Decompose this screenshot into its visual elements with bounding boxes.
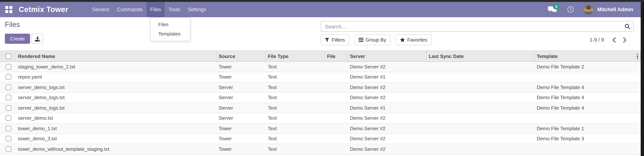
column-header-file-type[interactable]: File Type: [266, 51, 325, 61]
row-checkbox[interactable]: [6, 95, 11, 100]
row-checkbox[interactable]: [6, 146, 11, 152]
row-checkbox-cell: [0, 103, 16, 113]
cell-file: [325, 113, 348, 123]
row-checkbox[interactable]: [6, 84, 11, 90]
select-all-checkbox[interactable]: [6, 53, 11, 59]
export-download-button[interactable]: [32, 34, 43, 44]
chevron-right-icon: [623, 37, 627, 42]
messages-count-badge: 4: [553, 3, 560, 9]
pager-next-button[interactable]: [623, 37, 627, 42]
table-row[interactable]: server_demo.txtServerTextDemo Server #2: [0, 113, 640, 123]
table-row[interactable]: tower_demo_without_template_staging.txtT…: [0, 144, 640, 154]
cell-file-type: Text: [266, 123, 325, 133]
create-button[interactable]: Create: [5, 34, 30, 44]
cell-file-type: Text: [266, 82, 325, 92]
navbar-item-settings[interactable]: Settings: [184, 2, 210, 17]
row-checkbox-cell: [0, 134, 16, 144]
user-avatar[interactable]: [584, 5, 594, 14]
cell-file-type: Text: [266, 144, 325, 154]
cell-last-sync-date: [426, 62, 534, 72]
cell-template: [534, 72, 640, 82]
cell-source: Tower: [216, 62, 266, 72]
navbar-item-servers[interactable]: Servers: [88, 2, 113, 17]
navbar-item-tools[interactable]: Tools: [165, 2, 184, 17]
row-checkbox[interactable]: [6, 64, 11, 70]
cell-server: Demo Server #2: [348, 113, 426, 123]
row-checkbox[interactable]: [6, 126, 11, 131]
group-by-button[interactable]: Group By: [354, 34, 390, 45]
table-row[interactable]: staging_tower_demo_2.txtTowerTextDemo Se…: [0, 62, 640, 72]
filters-button[interactable]: Filters: [321, 34, 349, 45]
cell-file: [325, 134, 348, 144]
cell-file-type: Text: [266, 62, 325, 72]
app-window: Cetmix Tower ServersCommandsFilesToolsSe…: [0, 0, 644, 156]
cell-file: [325, 144, 348, 154]
table-row[interactable]: tower_demo_1.txtTowerTextDemo Server #2D…: [0, 123, 640, 134]
cell-file-type: Text: [266, 134, 325, 144]
cell-file-type: Text: [266, 72, 325, 82]
page-title: Files: [5, 21, 20, 29]
cell-last-sync-date: [426, 144, 534, 154]
cell-server: Demo Server #2: [348, 82, 426, 92]
favorites-button[interactable]: Favorites: [395, 34, 432, 45]
table-row[interactable]: server_demo_logs.txtServerTextDemo Serve…: [0, 103, 640, 113]
dropdown-item-templates[interactable]: Templates: [151, 29, 190, 39]
column-header-file[interactable]: File: [325, 51, 348, 61]
table-row[interactable]: tower_demo_3.txtTowerTextDemo Server #2D…: [0, 134, 640, 144]
group-by-label: Group By: [366, 37, 386, 43]
row-checkbox-cell: [0, 93, 16, 102]
table-header-row: Rendered NameSourceFile TypeFileServerLa…: [0, 51, 640, 62]
cell-server: Demo Server #1: [348, 103, 426, 113]
cell-last-sync-date: [426, 103, 534, 113]
column-header-rendered-name[interactable]: Rendered Name: [16, 51, 216, 61]
cell-file-type: Text: [266, 113, 325, 123]
row-checkbox[interactable]: [6, 105, 11, 111]
messages-icon[interactable]: 4: [548, 6, 557, 13]
row-checkbox-cell: [0, 82, 16, 92]
cell-last-sync-date: [426, 113, 534, 123]
cell-template: Demo File Template 4: [534, 82, 640, 92]
search-input[interactable]: [321, 21, 634, 32]
search-box: [321, 21, 634, 32]
row-checkbox[interactable]: [6, 74, 11, 80]
cell-source: Tower: [216, 123, 266, 133]
column-header-template[interactable]: Template: [534, 51, 640, 61]
cell-rendered-name: server_demo_logs.txt: [16, 93, 216, 102]
files-list-table: Rendered NameSourceFile TypeFileServerLa…: [0, 51, 640, 154]
window-frame-right: [640, 0, 644, 156]
cell-file: [325, 82, 348, 92]
column-header-last-sync-date[interactable]: Last Sync Date: [426, 51, 534, 61]
cell-server: Demo Server #2: [348, 93, 426, 102]
cell-rendered-name: tower_demo_3.txt: [16, 134, 216, 144]
apps-grid-icon[interactable]: [5, 6, 12, 13]
column-header-source[interactable]: Source: [216, 51, 266, 61]
table-row[interactable]: server_demo_logs.txtServerTextDemo Serve…: [0, 82, 640, 93]
cell-source: Server: [216, 103, 266, 113]
optional-columns-icon[interactable]: [637, 51, 638, 62]
activity-clock-icon[interactable]: [567, 6, 574, 13]
brand-title[interactable]: Cetmix Tower: [19, 5, 68, 14]
row-checkbox[interactable]: [6, 115, 11, 121]
cell-source: Server: [216, 82, 266, 92]
navbar-item-commands[interactable]: Commands: [113, 2, 146, 17]
group-by-bars-icon: [358, 38, 363, 42]
row-checkbox[interactable]: [6, 136, 11, 142]
user-name[interactable]: Mitchell Admin: [597, 7, 633, 12]
search-icon[interactable]: [624, 24, 630, 30]
row-checkbox-cell: [0, 144, 16, 154]
navbar-item-files[interactable]: Files: [146, 2, 165, 17]
row-checkbox-cell: [0, 72, 16, 82]
navbar-menu: ServersCommandsFilesToolsSettings: [88, 2, 210, 17]
table-row[interactable]: repos.yamlTowerTextDemo Server #1: [0, 72, 640, 82]
cell-last-sync-date: [426, 82, 534, 92]
row-checkbox-cell: [0, 123, 16, 133]
cell-file: [325, 62, 348, 72]
column-header-server[interactable]: Server: [348, 51, 426, 61]
window-frame-top: [0, 0, 644, 2]
cell-file: [325, 123, 348, 133]
table-row[interactable]: server_demo_logs.txtServerTextDemo Serve…: [0, 93, 640, 103]
cell-server: Demo Server #2: [348, 123, 426, 133]
cell-source: Tower: [216, 72, 266, 82]
dropdown-item-files[interactable]: Files: [151, 20, 190, 29]
pager-previous-button[interactable]: [612, 37, 616, 42]
